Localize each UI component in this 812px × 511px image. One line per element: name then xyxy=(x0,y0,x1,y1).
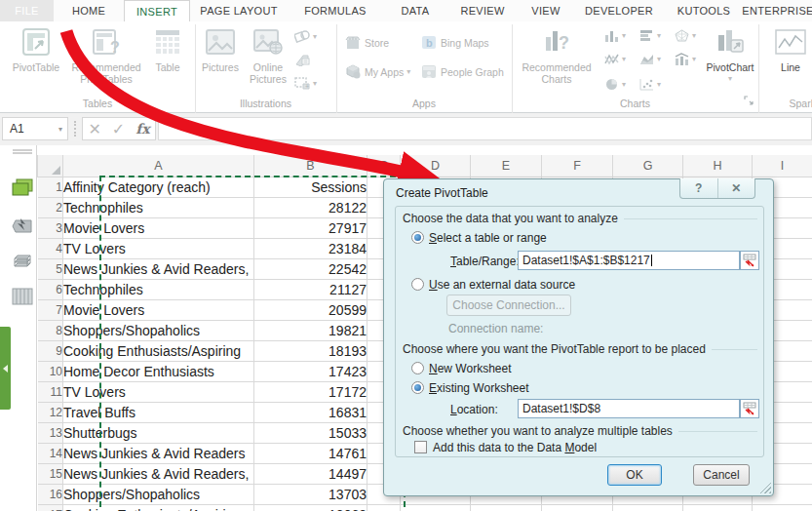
cell-d17[interactable] xyxy=(401,504,471,511)
cell-g17[interactable] xyxy=(613,504,683,511)
cell-b10[interactable]: 17423 xyxy=(254,361,367,381)
cell-a1[interactable]: Affinity Category (reach) xyxy=(63,177,254,197)
column-header-g[interactable]: G xyxy=(613,155,683,177)
cell-f17[interactable] xyxy=(542,504,613,511)
radio-select-table-range[interactable] xyxy=(411,231,424,244)
cell-a7[interactable]: Movie Lovers xyxy=(63,299,254,320)
row-header-13[interactable]: 13 xyxy=(38,422,63,443)
row-header-1[interactable]: 1 xyxy=(38,177,63,197)
shapes-button[interactable]: ▾ xyxy=(294,29,317,43)
store-button[interactable]: Store xyxy=(345,35,389,50)
radio-external-source[interactable] xyxy=(411,278,424,291)
row-header-3[interactable]: 3 xyxy=(38,217,63,238)
select-all-corner[interactable] xyxy=(38,155,63,177)
column-header-d[interactable]: D xyxy=(401,155,471,177)
cell-a4[interactable]: TV Lovers xyxy=(63,238,254,258)
cell-a12[interactable]: Travel Buffs xyxy=(63,402,254,422)
column-header-e[interactable]: E xyxy=(471,155,542,177)
cell-h17[interactable] xyxy=(683,504,753,511)
cell-a16[interactable]: Shoppers/Shopaholics xyxy=(63,484,254,504)
row-header-11[interactable]: 11 xyxy=(38,381,63,402)
table-button[interactable]: Table xyxy=(144,25,191,73)
cell-a13[interactable]: Shutterbugs xyxy=(63,422,254,443)
location-picker-button[interactable] xyxy=(740,399,759,418)
cell-a5[interactable]: News Junkies & Avid Readers, xyxy=(63,258,254,279)
cell-b14[interactable]: 14761 xyxy=(254,443,367,463)
cell-b13[interactable]: 15033 xyxy=(254,422,367,443)
cell-a14[interactable]: News Junkies & Avid Readers xyxy=(63,443,254,463)
cell-b1[interactable]: Sessions xyxy=(254,177,367,197)
bing-maps-button[interactable]: b Bing Maps xyxy=(421,35,489,50)
row-header-7[interactable]: 7 xyxy=(38,299,63,320)
pivottable-button[interactable]: PivotTable xyxy=(6,25,66,73)
screenshot-button[interactable]: + ▾ xyxy=(294,76,317,90)
layers-icon[interactable] xyxy=(12,253,33,271)
cell-b5[interactable]: 22542 xyxy=(254,258,367,279)
row-header-16[interactable]: 16 xyxy=(38,484,63,504)
workbook-icon[interactable] xyxy=(12,178,33,197)
pane-collapse-handle[interactable] xyxy=(0,327,11,410)
help-icon[interactable]: ? xyxy=(680,178,717,198)
ribbon-tab-home[interactable]: HOME xyxy=(54,0,124,21)
flash-fill-icon[interactable] xyxy=(12,216,33,235)
table-range-picker-button[interactable] xyxy=(740,251,759,270)
name-box[interactable]: A1 ▾ xyxy=(2,117,68,140)
pie-chart-button[interactable]: ▾ xyxy=(604,78,626,91)
cell-a6[interactable]: Technophiles xyxy=(63,279,254,299)
cell-a3[interactable]: Movie Lovers xyxy=(63,217,254,238)
cell-e17[interactable] xyxy=(471,504,542,511)
cell-b17[interactable]: 13063 xyxy=(254,504,367,511)
bar-chart-button[interactable]: ▾ xyxy=(639,29,661,42)
ribbon-tab-kutools[interactable]: KUTOOLS xyxy=(664,0,744,21)
pivotchart-button[interactable]: PivotChart ▾ xyxy=(704,25,756,85)
ribbon-tab-page-layout[interactable]: PAGE LAYOUT xyxy=(190,0,288,21)
row-header-2[interactable]: 2 xyxy=(38,197,63,217)
cell-a9[interactable]: Cooking Enthusiasts/Aspiring xyxy=(63,340,254,361)
cancel-button[interactable]: Cancel xyxy=(693,464,750,486)
cell-i17[interactable] xyxy=(753,504,812,511)
resize-grip[interactable] xyxy=(759,482,771,493)
row-header-8[interactable]: 8 xyxy=(38,320,63,340)
cell-a8[interactable]: Shoppers/Shopaholics xyxy=(63,320,254,340)
row-header-12[interactable]: 12 xyxy=(38,402,63,422)
cell-c17[interactable] xyxy=(367,504,401,511)
row-header-4[interactable]: 4 xyxy=(38,238,63,258)
formula-input[interactable] xyxy=(158,117,812,140)
row-header-9[interactable]: 9 xyxy=(38,340,63,361)
line-sparkline-button[interactable]: Line xyxy=(770,25,811,73)
line-chart-button[interactable]: ▾ xyxy=(604,53,626,65)
row-header-17[interactable]: 17 xyxy=(38,504,63,511)
pictures-button[interactable]: Pictures xyxy=(198,25,243,73)
online-pictures-button[interactable]: Online Pictures xyxy=(244,25,292,85)
cancel-icon[interactable]: ✕ xyxy=(88,120,100,138)
pane-handle-icon[interactable] xyxy=(12,148,33,155)
cell-b16[interactable]: 13703 xyxy=(254,484,367,504)
my-apps-button[interactable]: My Apps ▾ xyxy=(345,64,410,79)
cell-b11[interactable]: 17172 xyxy=(254,381,367,402)
column-header-i[interactable]: I xyxy=(753,155,812,177)
radio-new-worksheet[interactable] xyxy=(411,362,424,374)
cell-b2[interactable]: 28122 xyxy=(254,197,367,217)
smartart-button[interactable] xyxy=(294,53,310,66)
column-header-h[interactable]: H xyxy=(683,155,753,177)
ribbon-tab-review[interactable]: REVIEW xyxy=(447,0,518,21)
area-chart-button[interactable]: ▾ xyxy=(639,53,661,65)
close-icon[interactable]: ✕ xyxy=(717,178,755,198)
people-graph-button[interactable]: People Graph xyxy=(421,64,504,79)
location-input[interactable]: Dataset1!$D$8 xyxy=(518,399,740,418)
cell-b4[interactable]: 23184 xyxy=(254,238,367,258)
row-header-6[interactable]: 6 xyxy=(38,279,63,299)
choose-connection-button[interactable]: Choose Connection... xyxy=(446,295,571,316)
cell-b8[interactable]: 19821 xyxy=(254,320,367,340)
cell-b15[interactable]: 14497 xyxy=(254,463,367,484)
cell-a10[interactable]: Home Decor Enthusiasts xyxy=(63,361,254,381)
cell-b12[interactable]: 16831 xyxy=(254,402,367,422)
combo-chart-button[interactable]: ▾ xyxy=(675,53,696,65)
cell-a11[interactable]: TV Lovers xyxy=(63,381,254,402)
columns-icon[interactable] xyxy=(12,288,33,305)
column-header-f[interactable]: F xyxy=(542,155,613,177)
cell-b3[interactable]: 27917 xyxy=(254,217,367,238)
ribbon-tab-insert[interactable]: INSERT xyxy=(124,0,190,21)
row-header-5[interactable]: 5 xyxy=(38,258,63,279)
insert-function-icon[interactable]: fx xyxy=(135,121,149,137)
